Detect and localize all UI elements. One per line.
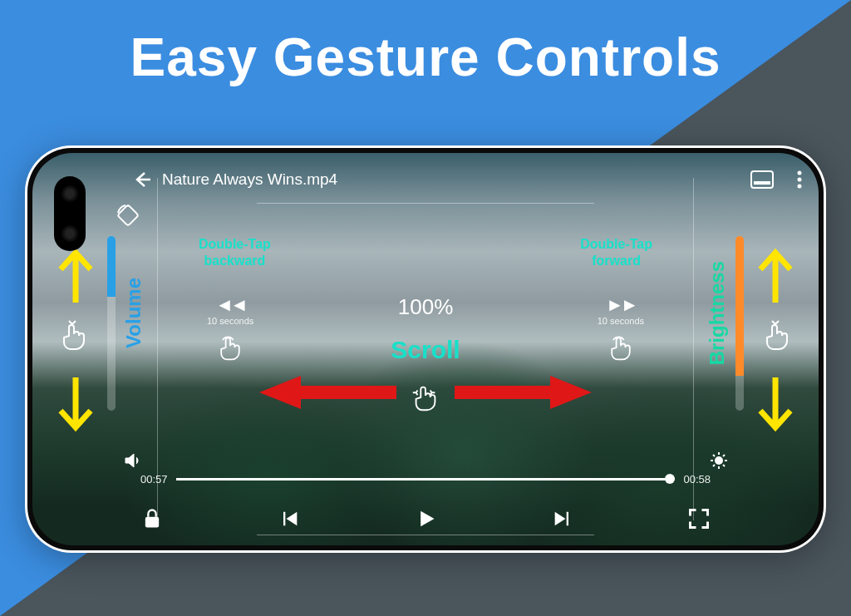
- double-tap-fwd-label: Double-Tap forward: [580, 236, 652, 269]
- zone-divider-bottom: [257, 535, 594, 535]
- video-player-screen[interactable]: Nature Always Wins.mp4 Volume: [32, 153, 819, 545]
- lock-icon[interactable]: [140, 507, 164, 530]
- more-icon[interactable]: [797, 170, 802, 190]
- brightness-gesture-zone[interactable]: Brightness: [694, 228, 819, 462]
- play-icon[interactable]: [414, 507, 437, 530]
- svg-point-2: [798, 171, 802, 175]
- speaker-icon[interactable]: [122, 451, 142, 471]
- phone-frame: Nature Always Wins.mp4 Volume: [25, 145, 826, 553]
- tap-hand-icon: [215, 333, 245, 362]
- scroll-label: Scroll: [391, 336, 460, 364]
- total-time: 00:58: [683, 473, 711, 485]
- prev-track-icon[interactable]: [278, 507, 301, 530]
- svg-point-3: [798, 178, 802, 182]
- rotate-icon[interactable]: [116, 203, 140, 228]
- video-title: Nature Always Wins.mp4: [162, 170, 337, 189]
- double-tap-back-label: Double-Tap backward: [199, 236, 271, 269]
- fullscreen-icon[interactable]: [687, 507, 711, 530]
- seek-backward-overlay: ◄◄ 10 seconds: [207, 294, 253, 362]
- volume-label: Volume: [122, 278, 145, 348]
- svg-point-4: [798, 185, 802, 189]
- scroll-hand-icon: [410, 382, 441, 413]
- brightness-icon[interactable]: [709, 451, 729, 471]
- svg-rect-7: [145, 517, 159, 528]
- back-icon[interactable]: [132, 170, 152, 190]
- volume-gesture-zone[interactable]: Volume: [32, 228, 157, 462]
- captions-icon[interactable]: [750, 170, 774, 189]
- zoom-indicator: 100%: [398, 294, 454, 320]
- tap-hand-icon: [606, 333, 636, 362]
- page-headline: Easy Gesture Controls: [0, 27, 851, 88]
- seek-forward-overlay: ►► 10 seconds: [598, 294, 644, 362]
- swipe-hand-icon: [760, 319, 794, 352]
- next-track-icon[interactable]: [551, 507, 574, 530]
- svg-rect-0: [751, 171, 773, 188]
- brightness-label: Brightness: [706, 261, 729, 365]
- brightness-bar: [735, 236, 744, 411]
- current-time: 00:57: [140, 473, 168, 485]
- volume-bar: [107, 236, 116, 411]
- svg-point-6: [716, 457, 722, 464]
- progress-bar[interactable]: [176, 478, 676, 480]
- camera-cutout: [54, 176, 86, 251]
- svg-rect-1: [754, 181, 770, 185]
- swipe-hand-icon: [57, 319, 91, 352]
